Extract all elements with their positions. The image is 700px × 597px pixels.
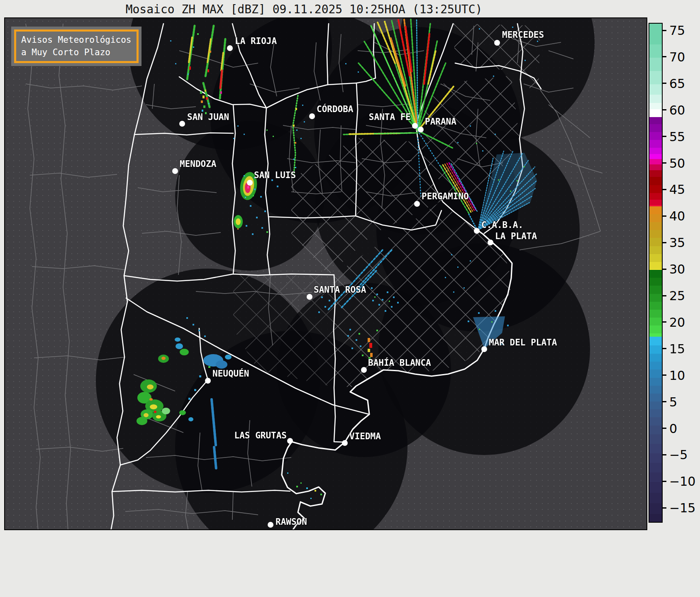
colorbar-segment — [649, 200, 662, 205]
city-label: LA RIOJA — [235, 36, 277, 46]
colorbar-segment — [649, 44, 662, 58]
colorbar-segment — [649, 278, 662, 286]
colorbar-segment — [649, 463, 662, 472]
colorbar-segment — [649, 333, 662, 337]
city-label: MENDOZA — [180, 159, 217, 169]
colorbar-tick-label: −15 — [669, 501, 695, 515]
warning-box[interactable]: Avisos Meteorológicos a Muy Corto Plazo — [11, 27, 141, 66]
city-label: SANTA ROSA — [314, 285, 366, 295]
colorbar-tick — [662, 401, 666, 402]
colorbar-segment — [649, 434, 662, 444]
colorbar-segment — [649, 345, 662, 354]
colorbar-tick — [662, 428, 666, 429]
colorbar-segment — [649, 503, 662, 514]
colorbar-segment — [649, 514, 662, 522]
colorbar-tick — [662, 321, 666, 323]
city-label: SAN LUIS — [254, 170, 296, 180]
warning-box-frame: Avisos Meteorológicos a Muy Corto Plazo — [14, 29, 139, 63]
colorbar-tick-label: 25 — [669, 289, 685, 303]
colorbar-segment — [649, 238, 662, 246]
map-canvas: Avisos Meteorológicos a Muy Corto Plazo … — [4, 17, 647, 530]
colorbar-tick — [662, 481, 666, 482]
warning-line2: a Muy Corto Plazo — [21, 46, 132, 59]
colorbar-segment — [649, 206, 662, 214]
city-marker — [414, 201, 420, 207]
colorbar-segment — [649, 294, 662, 302]
colorbar-segment — [649, 482, 662, 493]
city-label: MAR DEL PLATA — [489, 338, 557, 347]
colorbar-segment — [649, 318, 662, 325]
city-marker — [287, 438, 293, 444]
colorbar-tick-label: 0 — [669, 421, 677, 436]
city-label: SAN JUAN — [187, 112, 229, 122]
colorbar-segment — [649, 378, 662, 386]
city-marker — [247, 180, 253, 186]
colorbar-tick — [662, 242, 666, 243]
city-marker — [488, 240, 493, 245]
warning-line1: Avisos Meteorológicos — [21, 34, 132, 46]
footer: Servicio Meteorológico Nacional Argentin… — [0, 530, 700, 597]
colorbar-segment — [649, 444, 662, 453]
city-marker — [481, 346, 487, 352]
colorbar-tick-label: 10 — [669, 368, 685, 382]
colorbar-tick-label: 45 — [669, 182, 685, 197]
colorbar-segment — [649, 453, 662, 463]
city-marker — [268, 522, 273, 528]
colorbar-segment — [649, 302, 662, 310]
city-label: CÓRDOBA — [317, 104, 354, 114]
colorbar-segment — [649, 386, 662, 394]
colorbar-segment — [649, 325, 662, 333]
colorbar-segment — [649, 103, 662, 109]
colorbar-tick — [662, 136, 666, 137]
city-label: PERGAMINO — [422, 191, 469, 201]
colorbar-tick-label: 75 — [669, 23, 685, 38]
city-label: RAWSON — [276, 517, 307, 527]
colorbar — [649, 23, 663, 523]
colorbar-segment — [649, 401, 662, 409]
city-label: SANTA FE — [369, 112, 411, 122]
radar-map-svg — [5, 18, 647, 530]
page-title: Mosaico ZH MAX [dBZ] 09.11.2025 10:25HOA… — [0, 2, 608, 16]
colorbar-tick-label: 5 — [669, 394, 677, 409]
colorbar-tick — [662, 30, 666, 31]
city-marker — [418, 127, 424, 132]
colorbar-tick — [662, 56, 666, 57]
city-marker — [227, 45, 233, 51]
colorbar-tick — [662, 215, 666, 217]
colorbar-segment — [649, 230, 662, 238]
colorbar-tick-label: 55 — [669, 129, 685, 144]
colorbar-tick-label: 20 — [669, 315, 685, 329]
colorbar-tick — [662, 83, 666, 84]
colorbar-segment — [649, 394, 662, 401]
colorbar-tick — [662, 374, 666, 376]
city-label: VIEDMA — [349, 431, 381, 441]
city-marker — [307, 294, 312, 300]
colorbar-tick — [662, 109, 666, 110]
city-marker — [179, 121, 185, 127]
colorbar-tick-label: 30 — [669, 262, 685, 276]
colorbar-segment — [649, 310, 662, 318]
radar-mosaic-screenshot: Mosaico ZH MAX [dBZ] 09.11.2025 10:25HOA… — [0, 0, 700, 597]
colorbar-segment — [649, 95, 662, 103]
colorbar-segment — [649, 154, 662, 159]
colorbar-tick — [662, 295, 666, 296]
colorbar-segment — [649, 369, 662, 377]
colorbar-segment — [649, 164, 662, 170]
colorbar-segment — [649, 246, 662, 254]
colorbar-segment — [649, 24, 662, 44]
city-marker — [309, 113, 315, 119]
colorbar-tick — [662, 269, 666, 270]
colorbar-tick — [662, 162, 666, 164]
colorbar-segment — [649, 270, 662, 278]
colorbar-tick — [662, 189, 666, 190]
colorbar-tick-label: 15 — [669, 341, 685, 356]
colorbar-segment — [649, 254, 662, 262]
colorbar-tick-label: 70 — [669, 49, 685, 64]
colorbar-segment — [649, 493, 662, 504]
city-marker — [494, 40, 500, 46]
colorbar-segment — [649, 193, 662, 200]
colorbar-segment — [649, 117, 662, 124]
colorbar-segment — [649, 109, 662, 117]
colorbar-segment — [649, 177, 662, 185]
colorbar-tick-label: 60 — [669, 103, 685, 117]
